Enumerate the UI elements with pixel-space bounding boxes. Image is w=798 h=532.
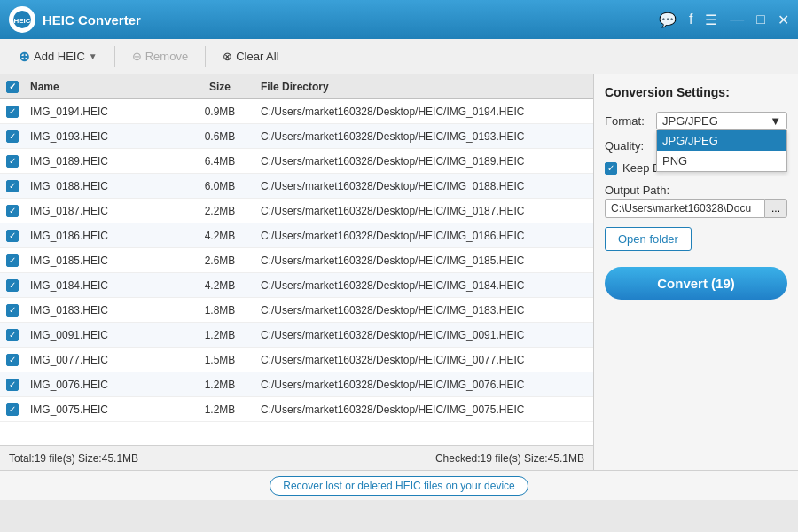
row-checkbox-7[interactable] — [0, 278, 25, 292]
row-checkbox-9[interactable] — [0, 328, 25, 341]
remove-label: Remove — [145, 50, 188, 63]
table-row[interactable]: IMG_0186.HEIC 4.2MB C:/Users/market16032… — [0, 223, 593, 248]
row-checkbox-12[interactable] — [0, 403, 25, 416]
table-row[interactable]: IMG_0194.HEIC 0.9MB C:/Users/market16032… — [0, 99, 593, 124]
row-name-10: IMG_0077.HEIC — [25, 354, 184, 366]
clear-all-label: Clear All — [236, 50, 278, 63]
row-size-0: 0.9MB — [184, 106, 255, 118]
menu-icon[interactable]: ☰ — [705, 12, 717, 28]
row-checkbox-5[interactable] — [0, 229, 25, 242]
row-checkbox-2[interactable] — [0, 154, 25, 168]
row-size-3: 6.0MB — [184, 180, 255, 192]
row-size-2: 6.4MB — [184, 155, 255, 168]
toolbar-separator-2 — [205, 46, 206, 67]
table-row[interactable]: IMG_0077.HEIC 1.5MB C:/Users/market16032… — [0, 348, 593, 372]
table-row[interactable]: IMG_0189.HEIC 6.4MB C:/Users/market16032… — [0, 149, 593, 174]
row-name-6: IMG_0185.HEIC — [25, 254, 184, 267]
add-dropdown-arrow[interactable]: ▼ — [89, 51, 98, 61]
row-name-0: IMG_0194.HEIC — [25, 106, 184, 118]
row-size-11: 1.2MB — [184, 379, 255, 391]
table-header: Name Size File Directory — [0, 74, 593, 99]
add-heic-button[interactable]: ⊕ Add HEIC ▼ — [9, 44, 107, 69]
row-checkbox-4[interactable] — [0, 204, 25, 217]
format-setting-row: Format: JPG/JPEG ▼ JPG/JPEG PNG — [605, 112, 787, 130]
row-dir-9: C:/Users/market160328/Desktop/HEIC/IMG_0… — [255, 329, 593, 341]
row-checkbox-10[interactable] — [0, 353, 25, 366]
table-row[interactable]: IMG_0091.HEIC 1.2MB C:/Users/market16032… — [0, 323, 593, 348]
recover-link[interactable]: Recover lost or deleted HEIC files on yo… — [270, 476, 528, 496]
row-checkbox-0[interactable] — [0, 105, 25, 118]
row-size-9: 1.2MB — [184, 329, 255, 341]
format-value: JPG/JPEG — [662, 114, 718, 128]
row-dir-11: C:/Users/market160328/Desktop/HEIC/IMG_0… — [255, 379, 593, 391]
format-label: Format: — [605, 114, 651, 128]
status-bar: Total:19 file(s) Size:45.1MB Checked:19 … — [0, 445, 593, 470]
row-size-7: 4.2MB — [184, 279, 255, 292]
maximize-icon[interactable]: □ — [756, 12, 765, 27]
remove-icon: ⊖ — [132, 50, 142, 63]
table-row[interactable]: IMG_0183.HEIC 1.8MB C:/Users/market16032… — [0, 298, 593, 323]
table-row[interactable]: IMG_0193.HEIC 0.6MB C:/Users/market16032… — [0, 124, 593, 149]
row-size-12: 1.2MB — [184, 403, 255, 416]
toolbar-separator-1 — [114, 46, 115, 67]
browse-button[interactable]: ... — [764, 199, 787, 218]
row-name-12: IMG_0075.HEIC — [25, 403, 184, 416]
file-list-section: Name Size File Directory IMG_0194.HEIC 0… — [0, 74, 594, 470]
quality-label: Quality: — [605, 139, 651, 153]
row-name-3: IMG_0188.HEIC — [25, 180, 184, 192]
title-bar: HEIC HEIC Converter 💬 f ☰ — □ ✕ — [0, 0, 798, 39]
header-checkbox-cell — [0, 80, 25, 93]
row-dir-8: C:/Users/market160328/Desktop/HEIC/IMG_0… — [255, 304, 593, 317]
row-size-1: 0.6MB — [184, 130, 255, 143]
main-content: Name Size File Directory IMG_0194.HEIC 0… — [0, 74, 798, 470]
row-size-5: 4.2MB — [184, 230, 255, 242]
open-folder-button[interactable]: Open folder — [605, 227, 692, 251]
convert-button[interactable]: Convert (19) — [605, 267, 787, 300]
svg-text:HEIC: HEIC — [13, 17, 30, 25]
table-row[interactable]: IMG_0187.HEIC 2.2MB C:/Users/market16032… — [0, 199, 593, 223]
row-checkbox-8[interactable] — [0, 303, 25, 317]
clear-all-button[interactable]: ⊗ Clear All — [213, 45, 288, 67]
row-checkbox-3[interactable] — [0, 179, 25, 192]
row-size-6: 2.6MB — [184, 254, 255, 267]
output-path-input[interactable]: C:\Users\market160328\Docu — [605, 199, 764, 218]
table-row[interactable]: IMG_0185.HEIC 2.6MB C:/Users/market16032… — [0, 248, 593, 273]
output-path-label: Output Path: — [605, 184, 787, 197]
row-dir-6: C:/Users/market160328/Desktop/HEIC/IMG_0… — [255, 254, 593, 267]
row-checkbox-1[interactable] — [0, 129, 25, 143]
column-name-header: Name — [25, 81, 184, 93]
table-row[interactable]: IMG_0075.HEIC 1.2MB C:/Users/market16032… — [0, 397, 593, 422]
format-option-png[interactable]: PNG — [657, 151, 786, 171]
file-table-body[interactable]: IMG_0194.HEIC 0.9MB C:/Users/market16032… — [0, 99, 593, 445]
row-checkbox-11[interactable] — [0, 378, 25, 391]
row-size-10: 1.5MB — [184, 354, 255, 366]
format-option-jpg[interactable]: JPG/JPEG — [657, 130, 786, 151]
checked-info: Checked:19 file(s) Size:45.1MB — [435, 452, 584, 465]
app-title: HEIC Converter — [43, 12, 659, 27]
keep-exif-checkbox[interactable] — [605, 162, 617, 175]
table-row[interactable]: IMG_0076.HEIC 1.2MB C:/Users/market16032… — [0, 372, 593, 397]
table-row[interactable]: IMG_0184.HEIC 4.2MB C:/Users/market16032… — [0, 273, 593, 298]
row-checkbox-6[interactable] — [0, 254, 25, 267]
row-dir-2: C:/Users/market160328/Desktop/HEIC/IMG_0… — [255, 155, 593, 168]
row-name-11: IMG_0076.HEIC — [25, 379, 184, 391]
select-all-checkbox[interactable] — [6, 81, 19, 93]
remove-button[interactable]: ⊖ Remove — [122, 45, 198, 67]
close-icon[interactable]: ✕ — [778, 12, 789, 28]
window-controls: 💬 f ☰ — □ ✕ — [659, 12, 789, 28]
bottom-bar: Recover lost or deleted HEIC files on yo… — [0, 470, 798, 500]
format-select-box[interactable]: JPG/JPEG ▼ — [656, 112, 787, 130]
row-name-5: IMG_0186.HEIC — [25, 230, 184, 242]
row-name-4: IMG_0187.HEIC — [25, 205, 184, 217]
row-name-9: IMG_0091.HEIC — [25, 329, 184, 341]
facebook-icon[interactable]: f — [689, 12, 692, 27]
minimize-icon[interactable]: — — [730, 12, 744, 27]
chat-icon[interactable]: 💬 — [659, 12, 677, 28]
add-icon: ⊕ — [19, 49, 30, 65]
column-dir-header: File Directory — [255, 81, 593, 93]
total-info: Total:19 file(s) Size:45.1MB — [9, 452, 138, 465]
row-name-2: IMG_0189.HEIC — [25, 155, 184, 168]
output-path-row: C:\Users\market160328\Docu ... — [605, 199, 787, 218]
settings-title: Conversion Settings: — [605, 85, 787, 99]
table-row[interactable]: IMG_0188.HEIC 6.0MB C:/Users/market16032… — [0, 174, 593, 199]
